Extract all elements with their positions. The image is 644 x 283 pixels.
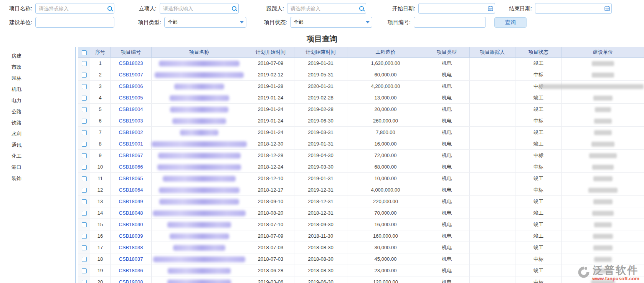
start-date-input[interactable] [419, 6, 486, 12]
sidebar-item-5[interactable]: 电力 [0, 95, 75, 106]
row-checkbox[interactable] [82, 142, 87, 147]
project-tracker [470, 219, 515, 230]
construction-unit-redacted [593, 96, 613, 101]
initiator-input[interactable] [160, 6, 230, 12]
sidebar-item-4[interactable]: 机电 [0, 84, 75, 95]
sidebar-item-7[interactable]: 铁路 [0, 117, 75, 128]
row-checkbox[interactable] [82, 280, 87, 283]
select-all-checkbox[interactable] [82, 50, 87, 55]
end-date-input[interactable] [535, 6, 603, 12]
plan-start-date: 2019-01-24 [247, 92, 294, 104]
column-header-tracker: 项目跟踪人 [470, 47, 515, 58]
sidebar-item-9[interactable]: 通讯 [0, 139, 75, 151]
row-checkbox[interactable] [82, 268, 87, 273]
project-code-link[interactable]: CSB18048 [119, 210, 143, 216]
row-checkbox[interactable] [82, 119, 87, 124]
project-status: 中标 [515, 115, 562, 127]
column-header-plan-end: 计划结束时间 [294, 47, 347, 58]
project-type-value: 全部 [165, 19, 238, 26]
plan-start-date: 2018-07-03 [247, 253, 294, 265]
row-checkbox[interactable] [82, 153, 87, 158]
table-row: 8CSB190012018-12-302019-01-3116,000.00机电… [78, 138, 644, 150]
tracker-input[interactable] [287, 6, 357, 12]
project-code-link[interactable]: CSB19008 [119, 279, 143, 283]
project-code-link[interactable]: CSB18040 [119, 222, 143, 227]
project-tracker [470, 207, 515, 219]
table-row: 10CSB180662018-12-242019-03-3068,000.00机… [78, 161, 644, 173]
sidebar-item-11[interactable]: 港口 [0, 162, 75, 173]
row-checkbox[interactable] [82, 107, 87, 112]
project-code-link[interactable]: CSB18037 [119, 256, 143, 262]
sidebar-item-8[interactable]: 水利 [0, 128, 75, 139]
project-code-link[interactable]: CSB18064 [119, 187, 143, 193]
sidebar-item-12[interactable]: 装饰 [0, 173, 75, 184]
construction-unit-redacted [594, 119, 612, 124]
row-seq: 7 [90, 127, 111, 138]
row-checkbox[interactable] [82, 84, 87, 89]
project-code-link[interactable]: CSB18049 [119, 199, 143, 204]
project-code-link[interactable]: CSB18065 [119, 175, 143, 181]
project-code-link[interactable]: CSB18039 [119, 233, 143, 239]
chevron-down-icon[interactable] [238, 21, 246, 23]
row-checkbox[interactable] [82, 211, 87, 216]
row-checkbox[interactable] [82, 165, 87, 170]
construction-unit-label: 建设单位: [5, 17, 32, 28]
project-type: 机电 [424, 104, 470, 115]
project-code-link[interactable]: CSB19006 [119, 83, 143, 89]
project-cost: 72,000.00 [347, 150, 424, 161]
row-checkbox[interactable] [82, 73, 87, 78]
row-checkbox[interactable] [82, 199, 87, 204]
project-code-link[interactable]: CSB18036 [119, 268, 143, 273]
sidebar-item-3[interactable]: 园林 [0, 73, 75, 84]
project-status-select[interactable]: 全部 [290, 17, 372, 28]
row-seq: 17 [90, 242, 111, 253]
project-code-link[interactable]: CSB18038 [119, 245, 143, 250]
project-cost: 4,000,000.00 [347, 184, 424, 196]
project-code-link[interactable]: CSB18067 [119, 152, 143, 158]
project-code-link[interactable]: CSB19001 [119, 141, 143, 147]
project-code-link[interactable]: CSB19003 [119, 118, 143, 124]
row-checkbox[interactable] [82, 96, 87, 101]
project-code-input[interactable] [414, 20, 485, 25]
row-checkbox[interactable] [82, 130, 87, 135]
search-icon[interactable] [106, 6, 114, 11]
plan-end-date: 2019-06-30 [294, 115, 347, 127]
project-type: 机电 [424, 230, 470, 242]
row-checkbox[interactable] [82, 176, 87, 181]
row-seq: 15 [90, 219, 111, 230]
project-code-link[interactable]: CSB19002 [119, 129, 143, 135]
construction-unit-input[interactable] [36, 20, 114, 25]
row-checkbox[interactable] [82, 188, 87, 193]
project-code-link[interactable]: CSB19004 [119, 106, 143, 112]
project-code-link[interactable]: CSB19005 [119, 95, 143, 101]
project-code-link[interactable]: CSB19007 [119, 72, 143, 78]
sidebar-item-6[interactable]: 公路 [0, 106, 75, 117]
project-type: 机电 [424, 69, 470, 81]
row-checkbox[interactable] [82, 245, 87, 250]
search-icon[interactable] [357, 6, 366, 11]
row-seq: 3 [90, 81, 111, 92]
search-icon[interactable] [230, 6, 238, 11]
sidebar-item-2[interactable]: 市政 [0, 61, 75, 73]
sidebar-item-1[interactable]: 房建 [0, 50, 75, 61]
search-button[interactable]: 查询 [494, 17, 527, 28]
row-checkbox[interactable] [82, 234, 87, 239]
project-name-input[interactable] [36, 6, 106, 12]
row-checkbox[interactable] [82, 61, 87, 66]
calendar-icon[interactable] [603, 6, 611, 11]
sidebar-item-10[interactable]: 化工 [0, 151, 75, 162]
project-type-select[interactable]: 全部 [164, 17, 246, 28]
row-checkbox[interactable] [82, 222, 87, 227]
tracker-filter [287, 3, 366, 14]
project-name-redacted [172, 118, 226, 124]
project-tracker [470, 150, 515, 161]
project-code-link[interactable]: CSB18066 [119, 164, 143, 170]
project-type: 机电 [424, 265, 470, 276]
project-cost: 70,000.00 [347, 207, 424, 219]
row-checkbox[interactable] [82, 257, 87, 262]
project-code-link[interactable]: CSB18023 [119, 60, 143, 66]
project-cost: 120,000.00 [347, 276, 424, 283]
calendar-icon[interactable] [486, 6, 495, 11]
construction-unit-redacted [594, 130, 612, 135]
chevron-down-icon[interactable] [363, 21, 372, 23]
